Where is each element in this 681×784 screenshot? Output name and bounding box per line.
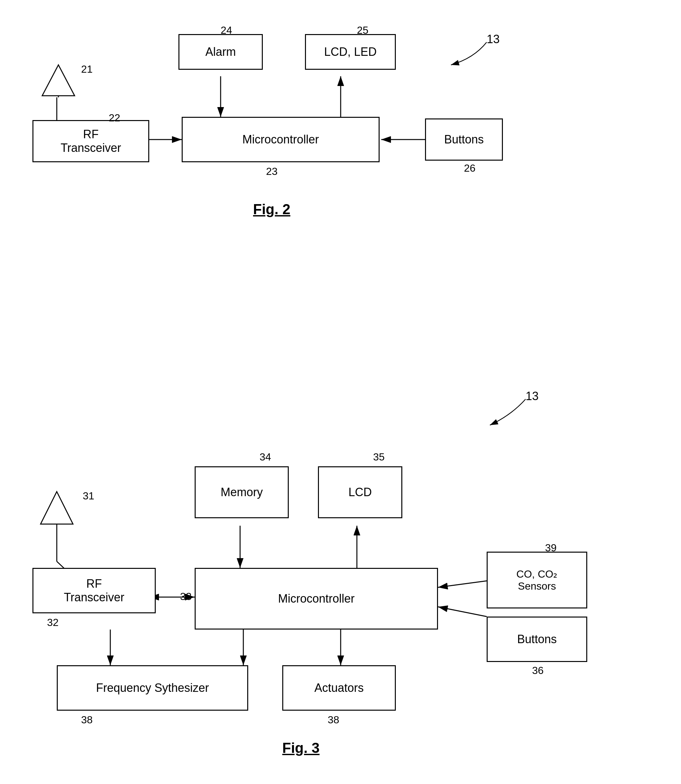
fig2-title: Fig. 2 [253, 201, 290, 217]
svg-line-11 [438, 581, 487, 588]
ref-13-fig3: 13 [526, 390, 538, 403]
memory-fig3: Memory [195, 466, 289, 518]
ref-32: 32 [47, 616, 59, 629]
ref-33: 33 [180, 591, 192, 603]
rf-transceiver-fig3: RFTransceiver [32, 568, 156, 613]
buttons-fig2: Buttons [425, 119, 503, 161]
rf-transceiver-fig2: RFTransceiver [32, 120, 149, 162]
ref-21: 21 [81, 63, 93, 75]
ref-38-freq: 38 [81, 714, 93, 726]
microcontroller-fig2: Microcontroller [182, 117, 380, 162]
ref-31: 31 [83, 490, 94, 502]
freq-synth-fig3: Frequency Sythesizer [57, 665, 248, 711]
ref-39: 39 [545, 542, 557, 554]
alarm-fig2: Alarm [179, 34, 263, 70]
diagram-container: 21 RFTransceiver 22 Alarm 24 LCD, LED 25… [0, 0, 681, 784]
svg-line-12 [438, 607, 487, 616]
svg-marker-20 [42, 65, 74, 96]
ref-26: 26 [464, 162, 476, 174]
ref-22: 22 [109, 112, 120, 124]
ref-38-actuators: 38 [328, 714, 339, 726]
co-sensors-fig3: CO, CO₂Sensors [487, 552, 587, 608]
ref-36: 36 [532, 665, 544, 676]
ref-13-fig2: 13 [487, 32, 500, 46]
ref-34: 34 [260, 451, 271, 463]
lcd-fig3: LCD [318, 466, 402, 518]
antenna-fig3 [37, 490, 76, 527]
ref-35: 35 [373, 451, 385, 463]
antenna-fig2 [39, 63, 78, 99]
lcd-led-fig2: LCD, LED [305, 34, 396, 70]
buttons-fig3: Buttons [487, 616, 587, 662]
ref-23: 23 [266, 165, 278, 177]
ref-25: 25 [357, 24, 369, 36]
microcontroller-fig3: Microcontroller [195, 568, 438, 630]
svg-marker-22 [41, 492, 73, 524]
actuators-fig3: Actuators [282, 665, 396, 711]
fig3-title: Fig. 3 [282, 740, 320, 756]
ref-24: 24 [221, 24, 232, 36]
